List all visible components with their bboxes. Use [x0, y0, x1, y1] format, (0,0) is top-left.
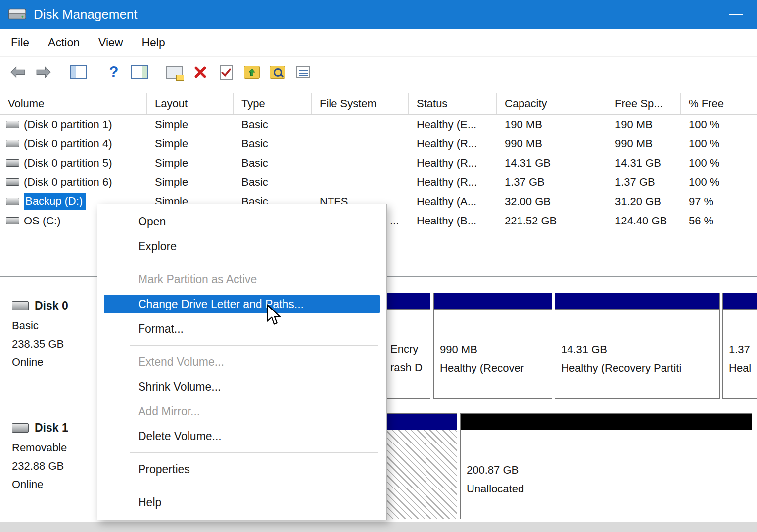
disk-icon — [12, 423, 29, 433]
selected-volume-name: Backup (D:) — [24, 193, 86, 210]
column-header-volume[interactable]: Volume — [0, 93, 147, 114]
volume-icon — [6, 159, 19, 167]
cell-layout: Simple — [147, 118, 234, 131]
volume-icon — [6, 140, 19, 147]
cell-pct-free: 97 % — [681, 195, 757, 208]
cell-capacity: 990 MB — [497, 137, 607, 150]
context-menu: Open Explore Mark Partition as Active Ch… — [97, 204, 387, 520]
row-disk0-partition-1[interactable]: (Disk 0 partition 1) Simple Basic Health… — [0, 115, 757, 134]
primary-partition-strip — [434, 293, 552, 310]
title-bar: Disk Management — [0, 0, 757, 29]
column-header-capacity[interactable]: Capacity — [497, 93, 607, 114]
menu-item-delete-volume[interactable]: Delete Volume... — [97, 424, 386, 448]
volume-name: (Disk 0 partition 4) — [24, 137, 112, 150]
volume-name: (Disk 0 partition 6) — [24, 176, 112, 189]
menu-separator — [130, 345, 378, 346]
volume-table-header: Volume Layout Type File System Status Ca… — [0, 93, 757, 115]
row-disk0-partition-6[interactable]: (Disk 0 partition 6) Simple Basic Health… — [0, 173, 757, 192]
cell-layout: Simple — [147, 157, 234, 170]
disk-kind: Removable — [12, 439, 95, 457]
menu-file[interactable]: File — [1, 31, 39, 54]
volume-icon — [6, 217, 19, 224]
disk1-label[interactable]: Disk 1 Removable 232.88 GB Online — [0, 409, 95, 522]
row-disk0-partition-5[interactable]: (Disk 0 partition 5) Simple Basic Health… — [0, 153, 757, 173]
recovery-1gb-block[interactable]: 1.37 Heal — [722, 293, 757, 399]
disk-size: 238.35 GB — [12, 335, 95, 353]
unallocated-strip — [461, 414, 752, 430]
properties-check-icon[interactable] — [216, 62, 236, 82]
open-folder-icon[interactable] — [242, 62, 262, 82]
cell-type: Basic — [234, 137, 312, 150]
menu-item-help[interactable]: Help — [97, 490, 386, 515]
menu-item-change-drive-letter-and-paths[interactable]: Change Drive Letter and Paths... — [104, 295, 380, 313]
cell-capacity: 14.31 GB — [497, 157, 607, 170]
cell-type: Basic — [234, 118, 312, 131]
cell-free-space: 1.37 GB — [607, 176, 681, 189]
disk-management-window: Disk Management File Action View Help ? — [0, 0, 757, 532]
cell-capacity: 190 MB — [497, 118, 607, 131]
menu-item-open[interactable]: Open — [97, 209, 386, 234]
recovery-14gb-block[interactable]: 14.31 GB Healthy (Recovery Partiti — [555, 293, 720, 399]
cell-free-space: 14.31 GB — [607, 157, 681, 170]
cell-pct-free: 100 % — [681, 176, 757, 189]
menu-item-format[interactable]: Format... — [97, 316, 386, 341]
volume-name: (Disk 0 partition 1) — [24, 118, 112, 131]
forward-icon[interactable] — [34, 62, 53, 82]
cell-status: Healthy (R... — [409, 137, 497, 150]
partition-text: 14.31 GB Healthy (Recovery Partiti — [561, 340, 719, 378]
cell-status: Healthy (E... — [409, 118, 497, 131]
disk0-label[interactable]: Disk 0 Basic 238.35 GB Online — [0, 277, 95, 406]
recovery-990mb-block[interactable]: 990 MB Healthy (Recover — [433, 293, 552, 399]
menu-action[interactable]: Action — [39, 31, 89, 54]
help-icon[interactable]: ? — [104, 62, 124, 82]
cell-status: Healthy (R... — [409, 176, 497, 189]
volume-icon — [6, 198, 19, 205]
cell-capacity: 32.00 GB — [497, 195, 607, 208]
disk-status: Online — [12, 475, 95, 493]
column-header-type[interactable]: Type — [234, 93, 312, 114]
toolbar-separator — [157, 63, 157, 82]
cell-pct-free: 100 % — [681, 157, 757, 170]
column-header-file-system[interactable]: File System — [312, 93, 409, 114]
show-action-pane-icon[interactable] — [130, 62, 149, 82]
menu-item-extend-volume: Extend Volume... — [97, 350, 386, 374]
menu-bar: File Action View Help — [0, 29, 757, 57]
back-icon[interactable] — [8, 62, 28, 82]
disk-management-app-icon — [8, 6, 27, 22]
cell-capacity: 1.37 GB — [497, 176, 607, 189]
minimize-button[interactable] — [729, 14, 743, 15]
menu-item-shrink-volume[interactable]: Shrink Volume... — [97, 374, 386, 399]
column-header-free-space[interactable]: Free Sp... — [607, 93, 681, 114]
cell-free-space: 990 MB — [607, 137, 681, 150]
delete-volume-icon[interactable] — [190, 62, 210, 82]
cell-status: Healthy (R... — [409, 157, 497, 170]
show-console-tree-icon[interactable] — [69, 62, 89, 82]
horizontal-scrollbar[interactable] — [0, 522, 757, 532]
unallocated-block[interactable]: 200.87 GB Unallocated — [460, 413, 752, 519]
volume-icon — [6, 178, 19, 186]
column-header-layout[interactable]: Layout — [147, 93, 234, 114]
cell-status: Healthy (B... — [409, 215, 497, 227]
row-disk0-partition-4[interactable]: (Disk 0 partition 4) Simple Basic Health… — [0, 134, 757, 153]
partition-text: Encry rash D — [390, 340, 423, 377]
cell-type: Basic — [234, 157, 312, 170]
primary-partition-strip — [723, 293, 757, 310]
primary-partition-strip — [555, 293, 719, 310]
new-window-icon[interactable] — [165, 62, 185, 82]
menu-item-add-mirror: Add Mirror... — [97, 399, 386, 424]
column-header-status[interactable]: Status — [409, 93, 497, 114]
explore-folder-icon[interactable] — [268, 62, 287, 82]
menu-view[interactable]: View — [89, 31, 132, 54]
column-header-pct-free[interactable]: % Free — [681, 93, 757, 114]
toolbar: ? — [0, 57, 757, 88]
mouse-cursor-icon — [266, 304, 282, 329]
menu-help[interactable]: Help — [132, 31, 174, 54]
volume-icon — [6, 121, 19, 128]
customize-columns-icon[interactable] — [293, 62, 313, 82]
toolbar-separator — [96, 63, 96, 82]
menu-item-mark-partition-active: Mark Partition as Active — [97, 267, 386, 292]
menu-item-explore[interactable]: Explore — [97, 234, 386, 259]
menu-item-properties[interactable]: Properties — [97, 457, 386, 482]
cell-layout: Simple — [147, 176, 234, 189]
label-block-divider — [95, 277, 95, 522]
